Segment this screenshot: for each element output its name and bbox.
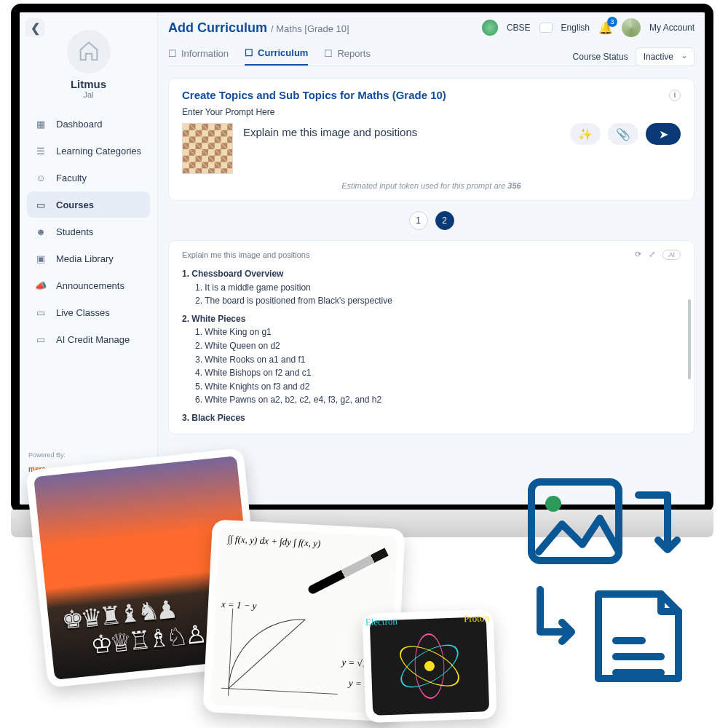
math-graph	[213, 601, 349, 709]
top-right: CBSE English 🔔 3 My Account	[482, 18, 695, 37]
atom-label-proton: Proton	[464, 612, 489, 625]
atom-label-electron: Electron	[365, 616, 398, 629]
dashboard-icon: ▦	[34, 117, 47, 130]
back-button[interactable]: ❮	[25, 18, 44, 37]
prompt-card: Create Topics and Sub Topics for Maths (…	[168, 78, 695, 201]
page-1[interactable]: 1	[409, 211, 428, 230]
card-title-row: Create Topics and Sub Topics for Maths (…	[182, 89, 681, 101]
estimate-text: Estimated input token used for this prom…	[341, 181, 507, 190]
list-item: 1. White King on g1	[182, 325, 681, 339]
list-item: 2. White Queen on d2	[182, 339, 681, 353]
svg-line-2	[229, 616, 305, 692]
board-label: CBSE	[507, 23, 531, 33]
school-sub: Jal	[27, 90, 150, 99]
svg-line-0	[221, 688, 338, 694]
megaphone-icon: 📣	[34, 279, 47, 292]
title-text: Add Curriculum	[168, 20, 267, 35]
nav-media-library[interactable]: ▣Media Library	[27, 245, 150, 272]
expand-icon[interactable]: ⤢	[649, 250, 655, 260]
nav-courses[interactable]: ▭Courses	[27, 191, 150, 218]
notification-badge: 3	[607, 17, 617, 27]
section-heading: 2. White Pieces	[182, 312, 681, 326]
categories-icon: ☰	[34, 144, 47, 157]
ai-badge: AI	[662, 250, 681, 260]
photo-atom: Electron Proton Neutron	[362, 609, 496, 723]
status-label: Course Status	[573, 52, 628, 62]
attached-image-thumbnail[interactable]	[182, 123, 233, 174]
tab-information[interactable]: ☐Information	[168, 47, 229, 66]
prompt-row: Explain me this image and positions ✨ 📎 …	[182, 123, 681, 174]
prompt-label: Enter Your Prompt Here	[182, 107, 681, 117]
nav-label: Students	[56, 226, 93, 237]
nav-announcements[interactable]: 📣Announcements	[27, 272, 150, 298]
nav-label: Courses	[56, 199, 94, 210]
tab-label: Reports	[337, 48, 371, 59]
response-title: Explain me this image and positions	[182, 250, 309, 259]
nav-label: Media Library	[56, 253, 114, 264]
math-formula-1: ∫∫ f(x, y) dx + ∫dy ∫ f(x, y)	[227, 533, 390, 553]
reports-icon: ☐	[324, 48, 333, 59]
nav-faculty[interactable]: ☺Faculty	[27, 165, 150, 191]
section-heading: 3. Black Pieces	[182, 411, 681, 425]
nav-ai-credit[interactable]: ▭AI Credit Manage	[27, 326, 150, 352]
response-card: Explain me this image and positions ⟳ ⤢ …	[168, 240, 695, 435]
magic-wand-button[interactable]: ✨	[570, 123, 601, 145]
response-body: 1. Chessboard Overview 1. It is a middle…	[182, 267, 681, 425]
school-name: Litmus	[27, 78, 150, 90]
breadcrumb: / Maths [Grade 10]	[271, 23, 349, 34]
notifications-button[interactable]: 🔔 3	[598, 21, 613, 35]
tab-reports[interactable]: ☐Reports	[324, 47, 371, 66]
media-icon: ▣	[34, 252, 47, 265]
info-icon: ☐	[168, 48, 177, 59]
nav-live-classes[interactable]: ▭Live Classes	[27, 299, 150, 325]
nav-label: Live Classes	[56, 307, 110, 318]
scrollbar-thumb[interactable]	[688, 299, 691, 379]
curriculum-icon: ☐	[245, 47, 253, 58]
nav-label: Announcements	[56, 280, 124, 291]
card-title: Create Topics and Sub Topics for Maths (…	[182, 89, 446, 101]
send-icon: ➤	[659, 127, 668, 141]
photo-collage: ∫∫ f(x, y) dx + ∫dy ∫ f(x, y) x = 1 − y …	[36, 430, 488, 721]
section-heading: 1. Chessboard Overview	[182, 267, 681, 281]
page-2[interactable]: 2	[435, 211, 454, 230]
prompt-actions: ✨ 📎 ➤	[570, 123, 681, 145]
language-icon	[539, 23, 553, 33]
students-icon: ☻	[34, 225, 47, 238]
attach-button[interactable]: 📎	[608, 123, 638, 145]
header: Add Curriculum / Maths [Grade 10] CBSE E…	[168, 18, 695, 37]
regenerate-icon[interactable]: ⟳	[635, 250, 641, 260]
nav-learning-categories[interactable]: ☰Learning Categories	[27, 138, 150, 164]
image-to-document-icon	[518, 473, 693, 692]
board-logo-icon	[482, 20, 498, 36]
pen	[306, 547, 388, 595]
nav-dashboard[interactable]: ▦Dashboard	[27, 111, 150, 137]
send-button[interactable]: ➤	[646, 123, 681, 145]
pager: 1 2	[168, 211, 695, 230]
card-icon: ▭	[34, 333, 47, 346]
info-icon[interactable]: i	[669, 90, 681, 101]
list-item: 2. The board is positioned from Black's …	[182, 294, 681, 308]
avatar[interactable]	[622, 18, 641, 37]
nav: ▦Dashboard ☰Learning Categories ☺Faculty…	[27, 111, 150, 352]
wand-icon: ✨	[578, 127, 593, 141]
tab-label: Curriculum	[258, 47, 308, 58]
prompt-input[interactable]: Explain me this image and positions	[243, 123, 560, 138]
faculty-icon: ☺	[34, 171, 47, 184]
response-actions: ⟳ ⤢ AI	[635, 250, 681, 260]
account-label[interactable]: My Account	[649, 23, 695, 33]
language-label[interactable]: English	[561, 23, 590, 33]
tab-curriculum[interactable]: ☐Curriculum	[245, 47, 308, 66]
live-icon: ▭	[34, 306, 47, 319]
tab-label: Information	[181, 48, 229, 59]
list-item: 1. It is a middle game position	[182, 281, 681, 295]
nav-students[interactable]: ☻Students	[27, 218, 150, 245]
nav-label: AI Credit Manage	[56, 334, 130, 345]
courses-icon: ▭	[34, 198, 47, 211]
course-status-select[interactable]: Inactive	[636, 47, 695, 66]
atom-diagram	[395, 632, 463, 700]
list-item: 3. White Rooks on a1 and f1	[182, 353, 681, 367]
list-item: 4. White Bishops on f2 and c1	[182, 366, 681, 380]
list-item: 6. White Pawns on a2, b2, c2, e4, f3, g2…	[182, 393, 681, 407]
response-header: Explain me this image and positions ⟳ ⤢ …	[182, 250, 681, 260]
nav-label: Learning Categories	[56, 146, 141, 157]
